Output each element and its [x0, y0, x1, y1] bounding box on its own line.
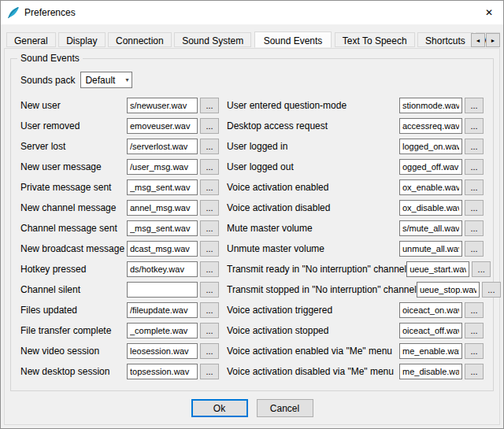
browse-button[interactable]: ...: [200, 139, 219, 154]
browse-button[interactable]: ...: [465, 118, 484, 134]
event-cell: File transfer complete ...: [20, 323, 219, 338]
sound-path-input[interactable]: [127, 200, 198, 216]
browse-button[interactable]: ...: [465, 98, 484, 113]
tab-shortcuts[interactable]: Shortcuts: [417, 32, 473, 47]
sound-path-input[interactable]: [399, 200, 462, 216]
event-cell: Private message sent ...: [20, 179, 219, 195]
event-label: Hotkey pressed: [20, 264, 127, 275]
event-cell: Voice activation disabled ...: [227, 200, 484, 216]
window-title: Preferences: [24, 7, 76, 18]
sound-path-input[interactable]: [399, 364, 462, 379]
tab-bar: General Display Connection Sound System …: [4, 31, 500, 48]
dialog-footer: Ok Cancel: [10, 391, 494, 417]
tab-connection[interactable]: Connection: [108, 32, 172, 47]
sound-event-row: Files updated ... Voice activation trigg…: [20, 302, 484, 318]
sound-events-panel: Sound Events Sounds pack Default ▾ New u…: [4, 48, 500, 425]
sound-path-input[interactable]: [127, 261, 198, 277]
cancel-button[interactable]: Cancel: [257, 399, 313, 417]
browse-button[interactable]: ...: [465, 159, 484, 175]
event-cell: Voice activation triggered ...: [227, 302, 484, 318]
browse-button[interactable]: ...: [465, 364, 484, 379]
browse-button[interactable]: ...: [200, 179, 219, 195]
sound-path-input[interactable]: [127, 323, 198, 338]
sound-event-row: New user message ... User logged out ...: [20, 159, 484, 175]
browse-button[interactable]: ...: [200, 159, 219, 175]
tab-display[interactable]: Display: [58, 32, 105, 47]
sound-path-input[interactable]: [399, 241, 462, 257]
browse-button[interactable]: ...: [200, 261, 219, 277]
sound-event-row: New video session ... Voice activation e…: [20, 343, 484, 359]
close-button[interactable]: ✕: [475, 1, 503, 24]
sound-path-input[interactable]: [399, 118, 462, 134]
event-label: New user: [20, 100, 127, 111]
event-label: Voice activation enabled via "Me" menu: [227, 346, 399, 357]
browse-button[interactable]: ...: [200, 282, 219, 298]
browse-button[interactable]: ...: [465, 323, 484, 338]
sound-path-input[interactable]: [127, 220, 198, 236]
tab-scroll-right-button[interactable]: ►: [486, 33, 500, 47]
event-cell: Server lost ...: [20, 139, 219, 154]
sound-path-input[interactable]: [399, 139, 462, 154]
browse-button[interactable]: ...: [465, 343, 484, 359]
sound-path-input[interactable]: [127, 241, 198, 257]
sound-path-input[interactable]: [399, 98, 462, 113]
event-cell: User logged in ...: [227, 139, 484, 154]
sound-path-input[interactable]: [127, 282, 198, 298]
sound-path-input[interactable]: [127, 118, 198, 134]
sound-path-input[interactable]: [399, 302, 462, 318]
sound-path-input[interactable]: [399, 343, 462, 359]
browse-button[interactable]: ...: [200, 200, 219, 216]
sound-path-input[interactable]: [406, 261, 469, 277]
sound-event-row: File transfer complete ... Voice activat…: [20, 323, 484, 338]
sound-event-row: Server lost ... User logged in ...: [20, 139, 484, 154]
tab-general[interactable]: General: [6, 32, 56, 47]
event-label: Files updated: [20, 305, 127, 316]
sound-path-input[interactable]: [399, 323, 462, 338]
event-label: Desktop access request: [227, 120, 399, 131]
browse-button[interactable]: ...: [465, 241, 484, 257]
browse-button[interactable]: ...: [200, 220, 219, 236]
browse-button[interactable]: ...: [465, 139, 484, 154]
tab-sound-events[interactable]: Sound Events: [254, 31, 332, 48]
browse-button[interactable]: ...: [482, 282, 501, 298]
event-cell: Transmit ready in "No interruption" chan…: [227, 261, 491, 277]
browse-button[interactable]: ...: [200, 323, 219, 338]
sound-path-input[interactable]: [399, 179, 462, 195]
sound-path-input[interactable]: [399, 220, 462, 236]
browse-button[interactable]: ...: [200, 364, 219, 379]
browse-button[interactable]: ...: [200, 302, 219, 318]
event-label: User logged out: [227, 161, 399, 172]
browse-button[interactable]: ...: [200, 98, 219, 113]
event-label: Server lost: [20, 141, 127, 152]
sound-path-input[interactable]: [127, 179, 198, 195]
browse-button[interactable]: ...: [465, 220, 484, 236]
event-cell: Desktop access request ...: [227, 118, 484, 134]
browse-button[interactable]: ...: [200, 343, 219, 359]
browse-button[interactable]: ...: [472, 261, 491, 277]
close-icon: ✕: [485, 7, 493, 18]
browse-button[interactable]: ...: [465, 302, 484, 318]
tab-text-to-speech[interactable]: Text To Speech: [335, 32, 415, 47]
sound-path-input[interactable]: [417, 282, 480, 298]
sounds-pack-select[interactable]: Default ▾: [80, 72, 132, 88]
event-label: Unmute master volume: [227, 243, 399, 254]
tab-scroll-left-button[interactable]: ◄: [471, 33, 485, 47]
tab-sound-system[interactable]: Sound System: [174, 32, 251, 47]
sound-path-input[interactable]: [127, 364, 198, 379]
sound-path-input[interactable]: [127, 139, 198, 154]
browse-button[interactable]: ...: [200, 241, 219, 257]
sound-path-input[interactable]: [127, 343, 198, 359]
browse-button[interactable]: ...: [465, 200, 484, 216]
event-label: New channel message: [20, 202, 127, 213]
event-label: New video session: [20, 346, 127, 357]
sound-path-input[interactable]: [399, 159, 462, 175]
event-cell: Voice activation enabled via "Me" menu .…: [227, 343, 484, 359]
sound-path-input[interactable]: [127, 98, 198, 113]
browse-button[interactable]: ...: [200, 118, 219, 134]
sound-path-input[interactable]: [127, 302, 198, 318]
browse-button[interactable]: ...: [465, 179, 484, 195]
ok-button[interactable]: Ok: [191, 399, 248, 417]
event-cell: New channel message ...: [20, 200, 219, 216]
sound-event-row: New user ... User entered question-mode …: [20, 98, 484, 113]
sound-path-input[interactable]: [127, 159, 198, 175]
